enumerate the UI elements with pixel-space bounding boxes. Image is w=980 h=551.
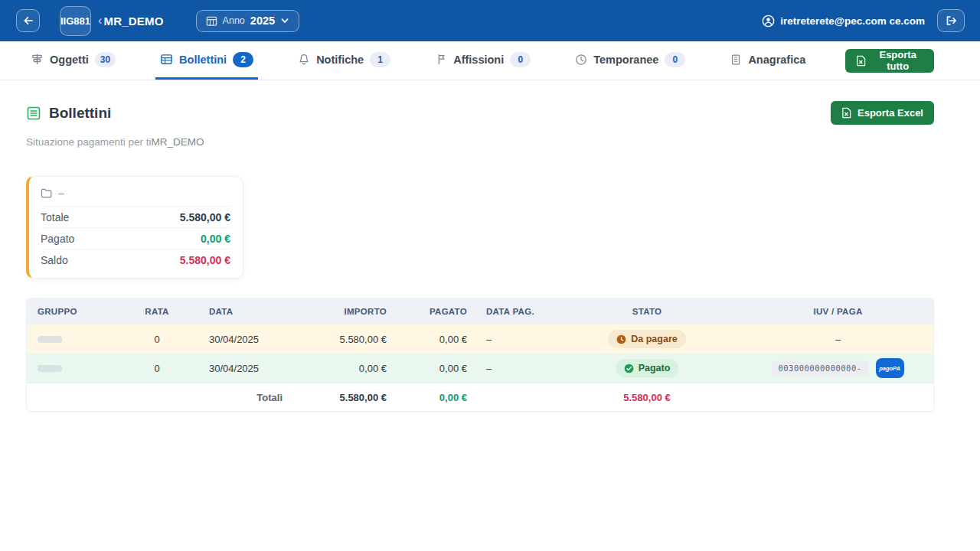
table-icon	[160, 53, 173, 66]
subtitle-text: Situazione pagamenti per ti	[26, 136, 152, 148]
org-name: ‹ MR_DEMO	[98, 14, 164, 28]
col-data-pag: DATA PAG.	[467, 307, 551, 316]
gruppo-redacted	[38, 365, 62, 372]
signpost-icon	[31, 53, 44, 66]
summary-card-header: –	[41, 187, 230, 206]
title-row: Bollettini Esporta Excel	[26, 101, 934, 125]
tab-notifiche[interactable]: Notifiche 1	[293, 41, 395, 80]
totals-saldo: 5.580,00 €	[551, 392, 743, 403]
tab-label: Anagrafica	[748, 54, 805, 66]
table-row: 0 30/04/2025 5.580,00 € 0,00 € – Da paga…	[27, 324, 933, 354]
user-avatar-icon	[762, 15, 775, 28]
data-pag-cell: –	[467, 363, 551, 374]
org-name-label: MR_DEMO	[104, 15, 164, 28]
pagopa-pay-button[interactable]: pagoPA	[876, 358, 904, 378]
tab-badge-count: 0	[510, 52, 531, 67]
rata-cell: 0	[134, 334, 180, 345]
table-totals-row: Totali 5.580,00 € 0,00 € 5.580,00 €	[27, 383, 933, 411]
tab-badge-count: 1	[370, 52, 390, 67]
folder-icon	[41, 188, 52, 198]
clock-filled-icon	[616, 334, 626, 344]
summary-card: – Totale 5.580,00 € Pagato 0,00 € Saldo …	[26, 176, 243, 279]
subtitle-subject: MR_DEMO	[152, 136, 204, 148]
totals-importo: 5.580,00 €	[318, 392, 387, 403]
summary-value: 5.580,00 €	[180, 211, 230, 223]
data-pag-cell: –	[467, 334, 551, 345]
tab-bar: Oggetti 30 Bollettini 2 Notifiche 1 Affi…	[0, 41, 980, 80]
export-excel-button[interactable]: Esporta Excel	[831, 101, 934, 125]
status-badge: Da pagare	[608, 330, 685, 348]
tab-temporanee[interactable]: Temporanee 0	[570, 41, 690, 80]
excel-file-icon	[856, 55, 866, 67]
gruppo-cell	[27, 336, 134, 343]
logout-icon	[945, 15, 958, 27]
user-info: iretreterete@pec.com ce.com	[762, 15, 925, 28]
export-all-label: Esporta tutto	[872, 49, 923, 72]
main-content: Bollettini Esporta Excel Situazione paga…	[0, 101, 980, 412]
status-badge: Pagato	[616, 359, 679, 377]
col-iuv-paga: IUV / PAGA	[743, 307, 933, 316]
importo-cell: 5.580,00 €	[318, 334, 387, 345]
tab-label: Oggetti	[50, 54, 89, 66]
summary-group-label: –	[58, 187, 64, 199]
bell-icon	[298, 53, 310, 66]
iuv-code[interactable]: 003000000000000-	[772, 360, 867, 376]
chevron-down-icon	[280, 16, 289, 25]
clock-icon	[575, 54, 587, 66]
importo-cell: 0,00 €	[318, 363, 387, 374]
summary-row-saldo: Saldo 5.580,00 €	[41, 249, 230, 270]
excel-file-icon	[841, 107, 851, 119]
tab-anagrafica[interactable]: Anagrafica	[725, 41, 810, 80]
iuv-cell: –	[743, 334, 933, 345]
tab-bollettini[interactable]: Bollettini 2	[155, 41, 258, 80]
building-icon	[730, 54, 742, 66]
col-rata: RATA	[134, 307, 180, 316]
check-circle-icon	[624, 364, 634, 373]
calendar-icon	[206, 15, 217, 27]
org-code-badge[interactable]: IIG881	[60, 6, 91, 36]
gruppo-redacted	[38, 336, 62, 343]
year-label: Anno	[223, 15, 245, 26]
summary-label: Pagato	[41, 233, 74, 245]
tab-badge-count: 2	[233, 52, 253, 67]
logout-button[interactable]	[937, 9, 965, 32]
export-excel-label: Esporta Excel	[858, 107, 923, 119]
status-label: Pagato	[639, 363, 671, 373]
top-header: IIG881 ‹ MR_DEMO Anno 2025 iretreterete@…	[0, 0, 980, 41]
totals-pagato: 0,00 €	[387, 392, 467, 403]
user-email: iretreterete@pec.com ce.com	[780, 15, 925, 27]
chevron-left-icon: ‹	[98, 14, 103, 28]
tab-badge-count: 30	[95, 52, 116, 67]
page-title-group: Bollettini	[26, 105, 111, 122]
gruppo-cell	[27, 365, 134, 372]
stato-cell: Pagato	[551, 359, 743, 377]
year-selector[interactable]: Anno 2025	[196, 10, 299, 32]
summary-value: 5.580,00 €	[180, 254, 230, 266]
tab-label: Notifiche	[316, 54, 364, 66]
iuv-cell: 003000000000000- pagoPA	[743, 358, 933, 378]
pagato-cell: 0,00 €	[387, 334, 467, 345]
export-all-button[interactable]: Esporta tutto	[845, 49, 934, 73]
tab-badge-count: 0	[665, 52, 685, 67]
table-row: 0 30/04/2025 0,00 € 0,00 € – Pagato 0030…	[27, 354, 933, 383]
status-label: Da pagare	[631, 334, 677, 344]
data-cell: 30/04/2025	[180, 363, 318, 374]
rata-cell: 0	[134, 363, 180, 374]
summary-label: Saldo	[41, 254, 68, 266]
pagato-cell: 0,00 €	[387, 363, 467, 374]
summary-row-totale: Totale 5.580,00 €	[41, 206, 230, 227]
tab-affissioni[interactable]: Affissioni 0	[430, 41, 535, 80]
year-value: 2025	[250, 15, 275, 27]
col-gruppo: GRUPPO	[27, 307, 134, 316]
table-header-row: GRUPPO RATA DATA IMPORTO PAGATO DATA PAG…	[27, 298, 933, 324]
summary-value: 0,00 €	[201, 233, 230, 245]
summary-label: Totale	[41, 211, 69, 223]
tab-label: Affissioni	[453, 54, 504, 66]
back-button[interactable]	[16, 9, 40, 32]
tab-oggetti[interactable]: Oggetti 30	[26, 41, 120, 80]
col-stato: STATO	[551, 307, 743, 316]
payments-table: GRUPPO RATA DATA IMPORTO PAGATO DATA PAG…	[26, 298, 934, 412]
flag-icon	[435, 53, 447, 66]
page-title: Bollettini	[49, 105, 111, 122]
summary-row-pagato: Pagato 0,00 €	[41, 227, 230, 249]
